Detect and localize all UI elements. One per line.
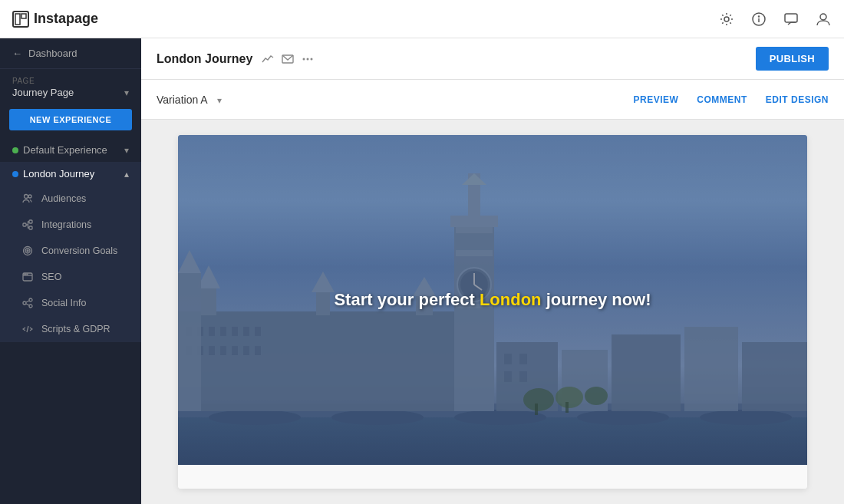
integrations-icon [21,219,34,231]
scripts-gdpr-label: Scripts & GDPR [41,324,110,334]
active-dot-icon [12,147,18,153]
svg-point-9 [28,195,31,198]
hero-text: Start your perfect London journey now! [334,290,651,310]
svg-point-29 [307,58,309,60]
hero-text-highlight: London [480,290,542,309]
logo-text: Instapage [34,11,98,27]
page-select[interactable]: Journey Page [12,87,129,98]
seo-icon [21,271,34,283]
svg-point-19 [25,274,26,275]
main-layout: Dashboard Page Journey Page NEW EXPERIEN… [0,38,844,504]
publish-button[interactable]: PUBLISH [756,47,829,71]
seo-label: SEO [41,272,61,282]
svg-point-5 [759,16,760,17]
below-hero [178,465,807,489]
audiences-icon [21,193,34,205]
sidebar-item-scripts-gdpr[interactable]: Scripts & GDPR [0,316,141,342]
conversion-goals-label: Conversion Goals [41,245,117,256]
svg-point-20 [27,274,28,275]
conversion-icon [21,245,34,257]
user-icon[interactable] [815,11,832,28]
svg-point-21 [29,298,32,301]
comment-button[interactable]: COMMENT [697,94,747,105]
chevron-down-icon [124,144,129,156]
top-nav: Instapage [0,0,844,38]
svg-point-23 [29,305,32,308]
sidebar-item-london-journey[interactable]: London Journey [0,162,141,186]
sidebar-item-default-experience[interactable]: Default Experience [0,138,141,162]
audiences-label: Audiences [41,193,86,204]
svg-point-28 [303,58,305,60]
preview-area: Start your perfect London journey now! [141,120,844,504]
sidebar-sub-items: Audiences Integrations [0,186,141,342]
svg-point-7 [820,14,826,20]
london-hero: Start your perfect London journey now! [178,135,807,465]
email-icon[interactable] [282,53,294,65]
page-header-icons [262,53,314,65]
page-header-left: London Journey [157,52,314,66]
svg-point-15 [27,250,28,252]
sidebar-dashboard-link[interactable]: Dashboard [0,38,141,69]
svg-rect-1 [21,14,26,18]
sidebar-item-integrations[interactable]: Integrations [0,212,141,238]
social-icon [21,297,34,309]
info-icon[interactable] [750,11,767,28]
logo-icon [12,11,29,28]
svg-point-22 [23,301,26,305]
svg-rect-11 [29,220,32,223]
svg-line-25 [26,304,29,305]
variation-chevron-icon [217,94,222,106]
svg-rect-10 [23,223,26,226]
svg-point-2 [724,17,729,21]
edit-design-button[interactable]: EDIT DESIGN [766,94,829,105]
variation-actions: PREVIEW COMMENT EDIT DESIGN [633,94,829,105]
active-dot-blue-icon [12,171,18,177]
logo: Instapage [12,11,98,28]
hero-text-after: journey now! [542,290,651,309]
svg-rect-12 [29,226,32,229]
sidebar-item-seo[interactable]: SEO [0,264,141,290]
more-options-icon[interactable] [302,53,314,65]
svg-point-18 [24,274,25,275]
default-experience-label: Default Experience [23,144,107,156]
page-name: Journey Page [12,87,74,98]
page-label: Page [12,77,129,85]
svg-point-30 [311,58,313,60]
chat-icon[interactable] [783,11,799,28]
sidebar: Dashboard Page Journey Page NEW EXPERIEN… [0,38,141,504]
new-experience-button[interactable]: NEW EXPERIENCE [9,109,132,130]
hero-text-before: Start your perfect [334,290,480,309]
preview-button[interactable]: PREVIEW [633,94,678,105]
scripts-icon [21,323,34,335]
content-area: London Journey [141,38,844,504]
back-icon [12,48,22,59]
dashboard-label: Dashboard [28,48,77,59]
svg-line-26 [27,326,28,332]
preview-card: Start your perfect London journey now! [178,135,807,489]
sidebar-page-section: Page Journey Page [0,69,141,101]
svg-rect-0 [15,14,20,25]
sidebar-item-conversion-goals[interactable]: Conversion Goals [0,238,141,264]
svg-line-24 [26,301,29,302]
variation-label: Variation A [157,94,208,106]
variation-bar: Variation A PREVIEW COMMENT EDIT DESIGN [141,80,844,120]
page-header: London Journey [141,38,844,80]
sidebar-item-audiences[interactable]: Audiences [0,186,141,212]
page-title: London Journey [157,52,252,66]
svg-point-13 [24,247,32,255]
settings-icon[interactable] [718,11,735,28]
variation-select[interactable]: Variation A [157,94,222,106]
svg-rect-6 [785,14,797,22]
integrations-label: Integrations [41,219,91,230]
social-info-label: Social Info [41,298,86,308]
chevron-down-icon [124,87,129,98]
sidebar-item-social-info[interactable]: Social Info [0,290,141,316]
analytics-icon[interactable] [262,53,274,65]
london-journey-label: London Journey [23,168,94,180]
svg-point-8 [25,195,28,199]
chevron-up-icon [124,168,129,180]
svg-point-14 [25,249,30,253]
top-nav-icons [718,11,832,28]
